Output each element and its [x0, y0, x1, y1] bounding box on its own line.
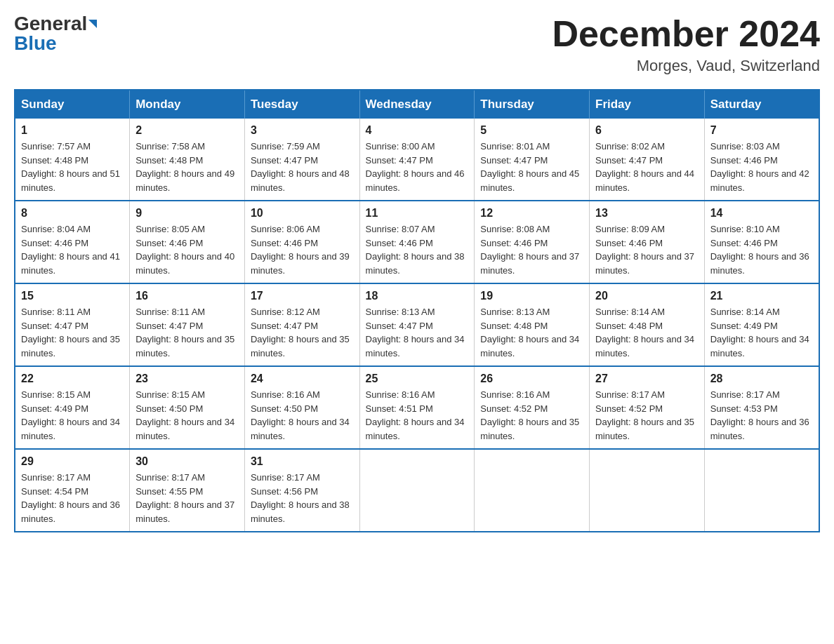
day-number: 8	[21, 207, 124, 220]
day-sun-info: Sunrise: 8:17 AMSunset: 4:56 PMDaylight:…	[251, 471, 354, 525]
day-number: 3	[251, 124, 354, 137]
location-subtitle: Morges, Vaud, Switzerland	[552, 57, 820, 75]
calendar-table: SundayMondayTuesdayWednesdayThursdayFrid…	[14, 89, 820, 532]
day-number: 15	[21, 290, 124, 302]
day-number: 26	[480, 373, 583, 385]
calendar-cell: 15Sunrise: 8:11 AMSunset: 4:47 PMDayligh…	[15, 283, 130, 366]
day-number: 30	[135, 455, 239, 468]
calendar-header: SundayMondayTuesdayWednesdayThursdayFrid…	[15, 90, 819, 119]
day-number: 4	[366, 124, 469, 137]
day-sun-info: Sunrise: 7:59 AMSunset: 4:47 PMDaylight:…	[251, 140, 354, 194]
day-sun-info: Sunrise: 8:17 AMSunset: 4:55 PMDaylight:…	[135, 471, 239, 525]
calendar-cell: 8Sunrise: 8:04 AMSunset: 4:46 PMDaylight…	[15, 201, 130, 283]
weekday-header-row: SundayMondayTuesdayWednesdayThursdayFrid…	[15, 90, 819, 119]
day-sun-info: Sunrise: 8:11 AMSunset: 4:47 PMDaylight:…	[135, 305, 239, 360]
day-number: 25	[366, 373, 469, 385]
day-sun-info: Sunrise: 8:07 AMSunset: 4:46 PMDaylight:…	[366, 222, 469, 277]
calendar-cell: 4Sunrise: 8:00 AMSunset: 4:47 PMDaylight…	[359, 119, 475, 201]
calendar-cell: 22Sunrise: 8:15 AMSunset: 4:49 PMDayligh…	[15, 366, 130, 449]
day-sun-info: Sunrise: 8:14 AMSunset: 4:48 PMDaylight:…	[595, 305, 699, 360]
month-title: December 2024	[552, 14, 820, 54]
day-number: 11	[366, 207, 469, 220]
calendar-cell: 28Sunrise: 8:17 AMSunset: 4:53 PMDayligh…	[704, 366, 819, 449]
day-sun-info: Sunrise: 8:01 AMSunset: 4:47 PMDaylight:…	[480, 140, 583, 194]
day-sun-info: Sunrise: 8:13 AMSunset: 4:48 PMDaylight:…	[480, 305, 583, 360]
day-sun-info: Sunrise: 8:08 AMSunset: 4:46 PMDaylight:…	[480, 222, 583, 277]
calendar-cell: 16Sunrise: 8:11 AMSunset: 4:47 PMDayligh…	[130, 283, 245, 366]
calendar-body: 1Sunrise: 7:57 AMSunset: 4:48 PMDaylight…	[15, 119, 819, 532]
day-sun-info: Sunrise: 8:05 AMSunset: 4:46 PMDaylight:…	[135, 222, 239, 277]
calendar-cell: 7Sunrise: 8:03 AMSunset: 4:46 PMDaylight…	[704, 119, 819, 201]
calendar-cell: 3Sunrise: 7:59 AMSunset: 4:47 PMDaylight…	[244, 119, 359, 201]
day-number: 1	[21, 124, 124, 137]
day-sun-info: Sunrise: 8:00 AMSunset: 4:47 PMDaylight:…	[366, 140, 469, 194]
day-number: 20	[595, 290, 699, 302]
day-sun-info: Sunrise: 8:02 AMSunset: 4:47 PMDaylight:…	[595, 140, 699, 194]
weekday-header-friday: Friday	[590, 90, 705, 119]
day-sun-info: Sunrise: 8:14 AMSunset: 4:49 PMDaylight:…	[710, 305, 813, 360]
calendar-cell: 13Sunrise: 8:09 AMSunset: 4:46 PMDayligh…	[590, 201, 705, 283]
weekday-header-sunday: Sunday	[15, 90, 130, 119]
weekday-header-thursday: Thursday	[475, 90, 590, 119]
calendar-cell: 17Sunrise: 8:12 AMSunset: 4:47 PMDayligh…	[244, 283, 359, 366]
calendar-cell: 2Sunrise: 7:58 AMSunset: 4:48 PMDaylight…	[130, 119, 245, 201]
day-number: 22	[21, 373, 124, 385]
calendar-cell: 18Sunrise: 8:13 AMSunset: 4:47 PMDayligh…	[359, 283, 475, 366]
logo-general-text: General	[14, 14, 87, 34]
day-number: 31	[251, 455, 354, 468]
day-sun-info: Sunrise: 7:57 AMSunset: 4:48 PMDaylight:…	[21, 140, 124, 194]
calendar-week-row: 8Sunrise: 8:04 AMSunset: 4:46 PMDaylight…	[15, 201, 819, 283]
calendar-cell	[359, 449, 475, 532]
day-sun-info: Sunrise: 8:06 AMSunset: 4:46 PMDaylight:…	[251, 222, 354, 277]
page-header: General Blue December 2024 Morges, Vaud,…	[14, 14, 820, 75]
calendar-cell: 14Sunrise: 8:10 AMSunset: 4:46 PMDayligh…	[704, 201, 819, 283]
weekday-header-tuesday: Tuesday	[244, 90, 359, 119]
day-sun-info: Sunrise: 8:12 AMSunset: 4:47 PMDaylight:…	[251, 305, 354, 360]
calendar-cell: 20Sunrise: 8:14 AMSunset: 4:48 PMDayligh…	[590, 283, 705, 366]
calendar-cell: 21Sunrise: 8:14 AMSunset: 4:49 PMDayligh…	[704, 283, 819, 366]
logo-blue-text: Blue	[14, 34, 57, 53]
day-number: 21	[710, 290, 813, 302]
day-sun-info: Sunrise: 8:09 AMSunset: 4:46 PMDaylight:…	[595, 222, 699, 277]
day-sun-info: Sunrise: 8:16 AMSunset: 4:52 PMDaylight:…	[480, 388, 583, 443]
logo: General Blue	[14, 14, 97, 53]
calendar-cell: 31Sunrise: 8:17 AMSunset: 4:56 PMDayligh…	[244, 449, 359, 532]
day-sun-info: Sunrise: 8:17 AMSunset: 4:52 PMDaylight:…	[595, 388, 699, 443]
day-number: 24	[251, 373, 354, 385]
title-block: December 2024 Morges, Vaud, Switzerland	[552, 14, 820, 75]
day-number: 19	[480, 290, 583, 302]
weekday-header-saturday: Saturday	[704, 90, 819, 119]
calendar-week-row: 22Sunrise: 8:15 AMSunset: 4:49 PMDayligh…	[15, 366, 819, 449]
day-sun-info: Sunrise: 8:13 AMSunset: 4:47 PMDaylight:…	[366, 305, 469, 360]
day-number: 5	[480, 124, 583, 137]
calendar-week-row: 29Sunrise: 8:17 AMSunset: 4:54 PMDayligh…	[15, 449, 819, 532]
calendar-cell: 26Sunrise: 8:16 AMSunset: 4:52 PMDayligh…	[475, 366, 590, 449]
calendar-cell: 9Sunrise: 8:05 AMSunset: 4:46 PMDaylight…	[130, 201, 245, 283]
calendar-cell: 5Sunrise: 8:01 AMSunset: 4:47 PMDaylight…	[475, 119, 590, 201]
day-number: 18	[366, 290, 469, 302]
calendar-cell	[475, 449, 590, 532]
day-number: 14	[710, 207, 813, 220]
day-number: 2	[135, 124, 239, 137]
day-number: 13	[595, 207, 699, 220]
day-number: 6	[595, 124, 699, 137]
calendar-cell: 19Sunrise: 8:13 AMSunset: 4:48 PMDayligh…	[475, 283, 590, 366]
logo-arrow-icon	[88, 20, 97, 28]
calendar-week-row: 1Sunrise: 7:57 AMSunset: 4:48 PMDaylight…	[15, 119, 819, 201]
day-number: 9	[135, 207, 239, 220]
calendar-cell	[590, 449, 705, 532]
day-number: 12	[480, 207, 583, 220]
calendar-cell: 10Sunrise: 8:06 AMSunset: 4:46 PMDayligh…	[244, 201, 359, 283]
day-sun-info: Sunrise: 8:15 AMSunset: 4:49 PMDaylight:…	[21, 388, 124, 443]
calendar-cell: 11Sunrise: 8:07 AMSunset: 4:46 PMDayligh…	[359, 201, 475, 283]
day-number: 29	[21, 455, 124, 468]
day-sun-info: Sunrise: 8:10 AMSunset: 4:46 PMDaylight:…	[710, 222, 813, 277]
calendar-cell: 24Sunrise: 8:16 AMSunset: 4:50 PMDayligh…	[244, 366, 359, 449]
weekday-header-wednesday: Wednesday	[359, 90, 475, 119]
day-sun-info: Sunrise: 8:16 AMSunset: 4:50 PMDaylight:…	[251, 388, 354, 443]
day-sun-info: Sunrise: 8:17 AMSunset: 4:54 PMDaylight:…	[21, 471, 124, 525]
day-sun-info: Sunrise: 7:58 AMSunset: 4:48 PMDaylight:…	[135, 140, 239, 194]
calendar-cell: 1Sunrise: 7:57 AMSunset: 4:48 PMDaylight…	[15, 119, 130, 201]
day-sun-info: Sunrise: 8:03 AMSunset: 4:46 PMDaylight:…	[710, 140, 813, 194]
day-sun-info: Sunrise: 8:11 AMSunset: 4:47 PMDaylight:…	[21, 305, 124, 360]
